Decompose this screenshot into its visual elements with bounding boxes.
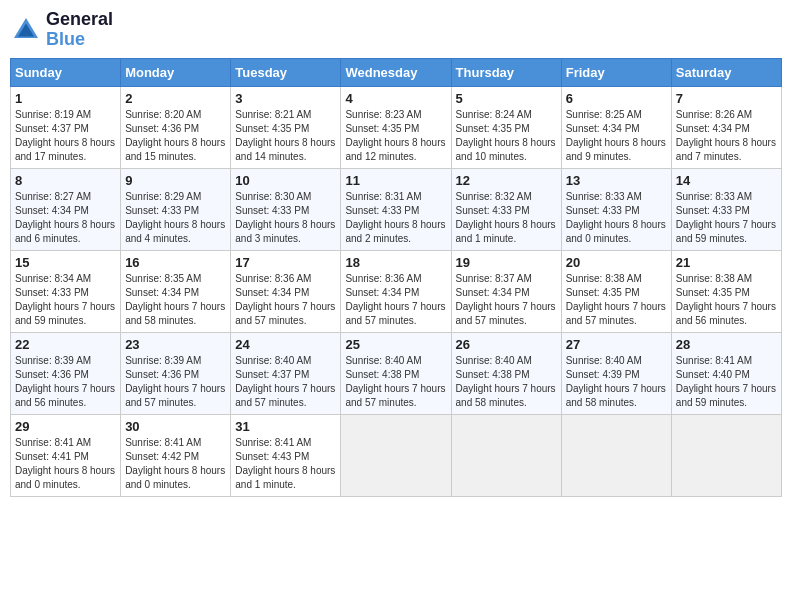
header-tuesday: Tuesday xyxy=(231,58,341,86)
logo: General Blue xyxy=(10,10,113,50)
day-number: 18 xyxy=(345,255,446,270)
day-info: Sunrise: 8:33 AM Sunset: 4:33 PM Dayligh… xyxy=(676,190,777,246)
calendar-cell xyxy=(671,414,781,496)
day-number: 30 xyxy=(125,419,226,434)
calendar-cell: 3 Sunrise: 8:21 AM Sunset: 4:35 PM Dayli… xyxy=(231,86,341,168)
day-number: 27 xyxy=(566,337,667,352)
day-info: Sunrise: 8:38 AM Sunset: 4:35 PM Dayligh… xyxy=(566,272,667,328)
day-number: 1 xyxy=(15,91,116,106)
day-info: Sunrise: 8:26 AM Sunset: 4:34 PM Dayligh… xyxy=(676,108,777,164)
day-info: Sunrise: 8:41 AM Sunset: 4:41 PM Dayligh… xyxy=(15,436,116,492)
calendar-cell: 5 Sunrise: 8:24 AM Sunset: 4:35 PM Dayli… xyxy=(451,86,561,168)
day-number: 23 xyxy=(125,337,226,352)
calendar-cell: 27 Sunrise: 8:40 AM Sunset: 4:39 PM Dayl… xyxy=(561,332,671,414)
calendar-cell: 22 Sunrise: 8:39 AM Sunset: 4:36 PM Dayl… xyxy=(11,332,121,414)
header-thursday: Thursday xyxy=(451,58,561,86)
calendar-cell: 13 Sunrise: 8:33 AM Sunset: 4:33 PM Dayl… xyxy=(561,168,671,250)
calendar-cell: 31 Sunrise: 8:41 AM Sunset: 4:43 PM Dayl… xyxy=(231,414,341,496)
day-number: 22 xyxy=(15,337,116,352)
day-info: Sunrise: 8:27 AM Sunset: 4:34 PM Dayligh… xyxy=(15,190,116,246)
day-info: Sunrise: 8:32 AM Sunset: 4:33 PM Dayligh… xyxy=(456,190,557,246)
day-number: 3 xyxy=(235,91,336,106)
calendar-cell: 14 Sunrise: 8:33 AM Sunset: 4:33 PM Dayl… xyxy=(671,168,781,250)
header-monday: Monday xyxy=(121,58,231,86)
day-number: 29 xyxy=(15,419,116,434)
calendar-cell: 8 Sunrise: 8:27 AM Sunset: 4:34 PM Dayli… xyxy=(11,168,121,250)
header: General Blue xyxy=(10,10,782,50)
calendar-cell: 25 Sunrise: 8:40 AM Sunset: 4:38 PM Dayl… xyxy=(341,332,451,414)
day-info: Sunrise: 8:24 AM Sunset: 4:35 PM Dayligh… xyxy=(456,108,557,164)
day-number: 2 xyxy=(125,91,226,106)
week-row-4: 22 Sunrise: 8:39 AM Sunset: 4:36 PM Dayl… xyxy=(11,332,782,414)
day-info: Sunrise: 8:21 AM Sunset: 4:35 PM Dayligh… xyxy=(235,108,336,164)
day-info: Sunrise: 8:35 AM Sunset: 4:34 PM Dayligh… xyxy=(125,272,226,328)
calendar-cell: 28 Sunrise: 8:41 AM Sunset: 4:40 PM Dayl… xyxy=(671,332,781,414)
day-info: Sunrise: 8:29 AM Sunset: 4:33 PM Dayligh… xyxy=(125,190,226,246)
day-info: Sunrise: 8:41 AM Sunset: 4:42 PM Dayligh… xyxy=(125,436,226,492)
day-info: Sunrise: 8:23 AM Sunset: 4:35 PM Dayligh… xyxy=(345,108,446,164)
header-saturday: Saturday xyxy=(671,58,781,86)
day-info: Sunrise: 8:36 AM Sunset: 4:34 PM Dayligh… xyxy=(235,272,336,328)
day-number: 13 xyxy=(566,173,667,188)
calendar-cell: 19 Sunrise: 8:37 AM Sunset: 4:34 PM Dayl… xyxy=(451,250,561,332)
day-info: Sunrise: 8:20 AM Sunset: 4:36 PM Dayligh… xyxy=(125,108,226,164)
week-row-1: 1 Sunrise: 8:19 AM Sunset: 4:37 PM Dayli… xyxy=(11,86,782,168)
calendar-cell xyxy=(341,414,451,496)
day-number: 9 xyxy=(125,173,226,188)
week-row-3: 15 Sunrise: 8:34 AM Sunset: 4:33 PM Dayl… xyxy=(11,250,782,332)
calendar-cell: 2 Sunrise: 8:20 AM Sunset: 4:36 PM Dayli… xyxy=(121,86,231,168)
day-info: Sunrise: 8:30 AM Sunset: 4:33 PM Dayligh… xyxy=(235,190,336,246)
day-number: 15 xyxy=(15,255,116,270)
day-number: 20 xyxy=(566,255,667,270)
day-number: 4 xyxy=(345,91,446,106)
day-info: Sunrise: 8:36 AM Sunset: 4:34 PM Dayligh… xyxy=(345,272,446,328)
day-info: Sunrise: 8:40 AM Sunset: 4:37 PM Dayligh… xyxy=(235,354,336,410)
day-info: Sunrise: 8:33 AM Sunset: 4:33 PM Dayligh… xyxy=(566,190,667,246)
calendar-cell: 23 Sunrise: 8:39 AM Sunset: 4:36 PM Dayl… xyxy=(121,332,231,414)
day-info: Sunrise: 8:37 AM Sunset: 4:34 PM Dayligh… xyxy=(456,272,557,328)
day-number: 10 xyxy=(235,173,336,188)
day-number: 14 xyxy=(676,173,777,188)
day-info: Sunrise: 8:19 AM Sunset: 4:37 PM Dayligh… xyxy=(15,108,116,164)
calendar-cell: 1 Sunrise: 8:19 AM Sunset: 4:37 PM Dayli… xyxy=(11,86,121,168)
calendar-header-row: SundayMondayTuesdayWednesdayThursdayFrid… xyxy=(11,58,782,86)
day-info: Sunrise: 8:31 AM Sunset: 4:33 PM Dayligh… xyxy=(345,190,446,246)
day-number: 12 xyxy=(456,173,557,188)
calendar-cell: 20 Sunrise: 8:38 AM Sunset: 4:35 PM Dayl… xyxy=(561,250,671,332)
calendar-cell: 15 Sunrise: 8:34 AM Sunset: 4:33 PM Dayl… xyxy=(11,250,121,332)
header-sunday: Sunday xyxy=(11,58,121,86)
day-info: Sunrise: 8:25 AM Sunset: 4:34 PM Dayligh… xyxy=(566,108,667,164)
calendar-cell: 24 Sunrise: 8:40 AM Sunset: 4:37 PM Dayl… xyxy=(231,332,341,414)
calendar-cell: 10 Sunrise: 8:30 AM Sunset: 4:33 PM Dayl… xyxy=(231,168,341,250)
calendar-cell: 6 Sunrise: 8:25 AM Sunset: 4:34 PM Dayli… xyxy=(561,86,671,168)
day-number: 5 xyxy=(456,91,557,106)
day-number: 21 xyxy=(676,255,777,270)
day-info: Sunrise: 8:40 AM Sunset: 4:38 PM Dayligh… xyxy=(456,354,557,410)
day-info: Sunrise: 8:41 AM Sunset: 4:43 PM Dayligh… xyxy=(235,436,336,492)
day-info: Sunrise: 8:40 AM Sunset: 4:39 PM Dayligh… xyxy=(566,354,667,410)
day-info: Sunrise: 8:39 AM Sunset: 4:36 PM Dayligh… xyxy=(15,354,116,410)
day-info: Sunrise: 8:38 AM Sunset: 4:35 PM Dayligh… xyxy=(676,272,777,328)
day-number: 7 xyxy=(676,91,777,106)
calendar-cell: 21 Sunrise: 8:38 AM Sunset: 4:35 PM Dayl… xyxy=(671,250,781,332)
calendar-cell xyxy=(561,414,671,496)
day-number: 6 xyxy=(566,91,667,106)
calendar-cell: 17 Sunrise: 8:36 AM Sunset: 4:34 PM Dayl… xyxy=(231,250,341,332)
calendar-cell: 26 Sunrise: 8:40 AM Sunset: 4:38 PM Dayl… xyxy=(451,332,561,414)
week-row-5: 29 Sunrise: 8:41 AM Sunset: 4:41 PM Dayl… xyxy=(11,414,782,496)
day-info: Sunrise: 8:40 AM Sunset: 4:38 PM Dayligh… xyxy=(345,354,446,410)
day-info: Sunrise: 8:34 AM Sunset: 4:33 PM Dayligh… xyxy=(15,272,116,328)
calendar-cell: 30 Sunrise: 8:41 AM Sunset: 4:42 PM Dayl… xyxy=(121,414,231,496)
header-friday: Friday xyxy=(561,58,671,86)
calendar-cell: 4 Sunrise: 8:23 AM Sunset: 4:35 PM Dayli… xyxy=(341,86,451,168)
day-number: 19 xyxy=(456,255,557,270)
day-number: 31 xyxy=(235,419,336,434)
day-info: Sunrise: 8:41 AM Sunset: 4:40 PM Dayligh… xyxy=(676,354,777,410)
day-number: 16 xyxy=(125,255,226,270)
day-number: 28 xyxy=(676,337,777,352)
calendar-cell xyxy=(451,414,561,496)
calendar: SundayMondayTuesdayWednesdayThursdayFrid… xyxy=(10,58,782,497)
day-number: 24 xyxy=(235,337,336,352)
header-wednesday: Wednesday xyxy=(341,58,451,86)
calendar-cell: 9 Sunrise: 8:29 AM Sunset: 4:33 PM Dayli… xyxy=(121,168,231,250)
